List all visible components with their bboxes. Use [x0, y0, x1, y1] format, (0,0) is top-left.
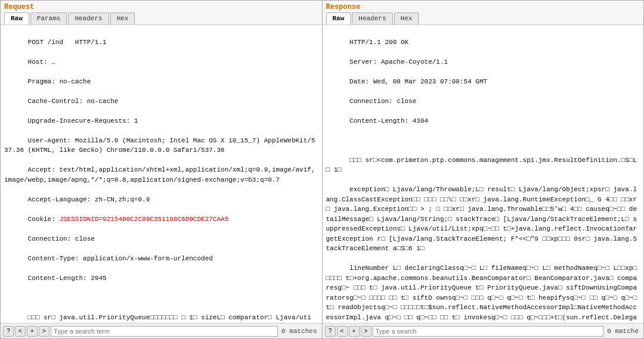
request-matches: 0 matches [279, 328, 319, 335]
response-tabs: Raw Headers Hex [326, 13, 640, 24]
response-panel-title: Response [326, 3, 640, 13]
response-status: HTTP/1.1 200 OK [349, 39, 408, 46]
response-tab-hex[interactable]: Hex [394, 13, 419, 24]
response-panel-header: Response Raw Headers Hex [323, 1, 644, 25]
response-body-1: □□□ sr□<com.primeton.ptp.commons.managem… [326, 157, 637, 174]
request-search-input[interactable] [51, 326, 278, 337]
request-upgrade: Upgrade-Insecure-Requests: 1 [28, 117, 138, 125]
cookie-value: JSESSIONID=9215408C2C89C351188C6D9CDE27C… [59, 216, 228, 223]
request-body: □□□ sr□ java.util.PriorityQueue□□□□□□□ □… [4, 314, 315, 324]
request-panel: Request Raw Params Headers Hex POST /ind… [0, 0, 322, 339]
request-accept-lang: Accept-Language: zh-CN,zh;q=0.9 [28, 196, 150, 203]
request-accept: Accept: text/html,application/xhtml+xml,… [4, 166, 315, 184]
request-connection: Connection: close [28, 235, 95, 242]
response-panel: Response Raw Headers Hex HTTP/1.1 200 OK… [322, 0, 645, 339]
request-tab-hex[interactable]: Hex [110, 13, 135, 24]
request-footer: ? < + > 0 matches [1, 323, 322, 338]
response-prev-button[interactable]: < [337, 326, 348, 337]
request-panel-header: Request Raw Params Headers Hex [1, 1, 322, 25]
request-user-agent: User-Agent: Mozilla/5.0 (Macintosh; Inte… [4, 137, 315, 154]
request-cache-control: Cache-Control: no-cache [28, 98, 119, 105]
response-add-button[interactable]: + [349, 326, 360, 337]
request-next-button[interactable]: > [39, 326, 49, 337]
response-search-input[interactable] [373, 326, 604, 337]
request-cookie: Cookie: JSESSIONID=9215408C2C89C351188C6… [28, 216, 229, 223]
request-line1: POST /ind HTTP/1.1 [28, 39, 107, 46]
request-panel-title: Request [4, 3, 318, 13]
request-pragma: Pragma: no-cache [28, 78, 91, 85]
request-help-button[interactable]: ? [3, 326, 14, 337]
response-tab-headers[interactable]: Headers [352, 13, 392, 24]
response-server: Server: Apache-Coyote/1.1 [349, 58, 448, 66]
request-prev-button[interactable]: < [15, 326, 26, 337]
response-matches: 0 matche [605, 328, 641, 335]
response-body-2: exception□ Ljava/lang/Throwable;L□ resul… [326, 186, 637, 252]
response-tab-raw[interactable]: Raw [326, 13, 351, 24]
response-connection: Connection: close [349, 98, 416, 105]
request-tab-raw[interactable]: Raw [4, 13, 29, 24]
request-add-button[interactable]: + [27, 326, 38, 337]
response-footer: ? < + > 0 matche [323, 323, 644, 338]
response-body-3: lineNumber L□ declaringClassq□~□ L□ file… [326, 265, 641, 323]
request-host: Host: … [28, 58, 55, 66]
response-date: Date: Wed, 08 Mar 2023 07:08:54 GMT [349, 78, 487, 85]
request-content-length: Content-Length: 2945 [28, 275, 107, 282]
response-content-length: Content-Length: 4304 [349, 117, 428, 125]
request-content-type: Content-Type: application/x-www-form-url… [28, 255, 213, 262]
request-tabs: Raw Params Headers Hex [4, 13, 318, 24]
response-help-button[interactable]: ? [325, 326, 336, 337]
response-content: HTTP/1.1 200 OK Server: Apache-Coyote/1.… [323, 25, 644, 323]
request-content: POST /ind HTTP/1.1 Host: … Pragma: no-ca… [1, 25, 322, 323]
request-tab-params[interactable]: Params [30, 13, 67, 24]
response-next-button[interactable]: > [361, 326, 371, 337]
request-tab-headers[interactable]: Headers [68, 13, 109, 24]
